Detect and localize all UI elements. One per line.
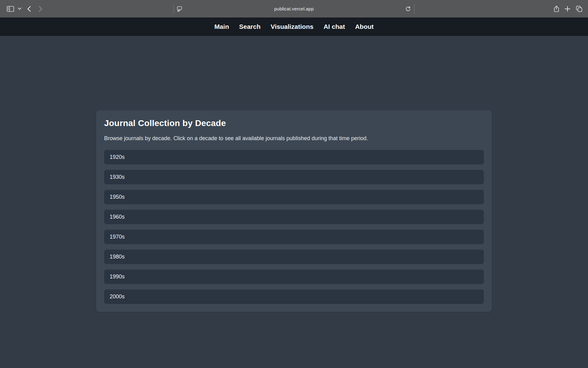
page-title: Journal Collection by Decade — [104, 118, 484, 128]
nav-item-visualizations[interactable]: Visualizations — [271, 23, 314, 30]
browser-window: publicat.vercel.app — [0, 0, 588, 368]
nav-item-about[interactable]: About — [355, 23, 374, 30]
toolbar-right-controls — [553, 0, 583, 17]
address-bar[interactable]: publicat.vercel.app — [0, 0, 588, 17]
toolbar-separator — [414, 4, 415, 13]
tabs-overview-icon — [575, 5, 583, 13]
decade-button[interactable]: 1970s — [104, 230, 484, 244]
new-tab-plus-icon — [564, 6, 571, 12]
new-tab-button[interactable] — [564, 6, 571, 12]
page-description: Browse journals by decade. Click on a de… — [104, 135, 484, 142]
site-nav: Main Search Visualizations AI chat About — [0, 17, 588, 36]
decade-button[interactable]: 1930s — [104, 170, 484, 184]
decade-list: 1920s 1930s 1950s 1960s 1970s 1980s 1990… — [104, 150, 484, 304]
share-button[interactable] — [553, 5, 560, 13]
browser-toolbar: publicat.vercel.app — [0, 0, 588, 17]
decade-button[interactable]: 2000s — [104, 289, 484, 304]
reload-button[interactable] — [405, 6, 411, 12]
nav-item-ai-chat[interactable]: AI chat — [323, 23, 345, 30]
reload-icon — [405, 6, 411, 12]
share-icon — [553, 5, 560, 13]
nav-item-main[interactable]: Main — [214, 23, 229, 30]
decade-button[interactable]: 1950s — [104, 190, 484, 204]
nav-item-search[interactable]: Search — [239, 23, 261, 30]
decade-button[interactable]: 1960s — [104, 210, 484, 224]
page-content: Journal Collection by Decade Browse jour… — [0, 36, 588, 368]
tabs-overview-button[interactable] — [575, 5, 583, 13]
address-bar-url: publicat.vercel.app — [274, 6, 314, 11]
decade-button[interactable]: 1980s — [104, 250, 484, 264]
decade-button[interactable]: 1990s — [104, 270, 484, 284]
decade-button[interactable]: 1920s — [104, 150, 484, 164]
journal-collection-card: Journal Collection by Decade Browse jour… — [96, 110, 492, 312]
